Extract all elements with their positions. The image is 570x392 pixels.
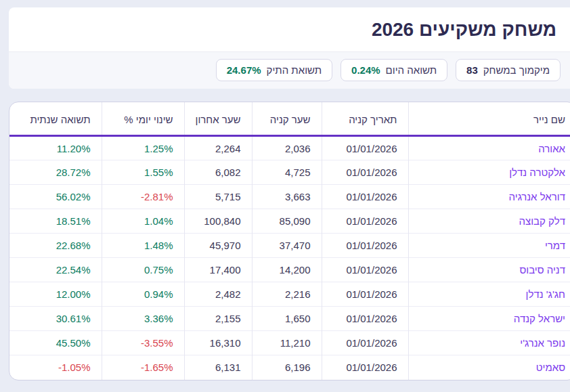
daily-change-cell: 1.48% [102,234,184,258]
buy-date-cell: 01/01/2026 [322,307,408,331]
security-name-link[interactable]: דלק קבוצה [519,215,565,227]
buy-price-cell: 2,036 [252,136,322,160]
last-price-cell: 100,840 [184,209,252,234]
table-row: דוראל אנרגיה 01/01/2026 3,663 5,715 -2.8… [9,185,570,209]
annual-return-cell: 28.72% [9,160,102,185]
last-price-cell: 45,970 [184,234,252,258]
portfolio-return-badge-label: תשואת התיק [267,64,322,76]
annual-return-cell: 22.54% [9,258,102,282]
last-price-cell: 2,155 [184,307,252,331]
daily-change-cell: 1.55% [102,160,184,185]
security-name-cell: דניה סיבוס [408,258,570,282]
annual-return-cell: 12.00% [9,282,102,307]
annual-return-cell: 22.68% [9,234,102,258]
table-row: חג'ג' נדלן 01/01/2026 2,216 2,482 0.94% … [9,282,570,307]
last-price-cell: 16,310 [184,331,252,355]
col-header-buy-price: שער קניה [252,102,322,136]
security-name-link[interactable]: דניה סיבוס [519,264,565,276]
security-name-cell: אלקטרה נדלן [408,160,570,185]
table-row: סאמיט 01/01/2026 6,196 6,131 -1.65% -1.0… [9,355,570,380]
annual-return-cell: -1.05% [9,355,102,380]
buy-price-cell: 4,725 [252,160,322,185]
buy-date-cell: 01/01/2026 [322,258,408,282]
portfolio-return-badge-value: 24.67% [227,64,261,76]
buy-price-cell: 85,090 [252,209,322,234]
daily-return-badge-label: תשואה היום [386,64,437,76]
buy-date-cell: 01/01/2026 [322,331,408,355]
daily-change-cell: -1.65% [102,355,184,380]
buy-date-cell: 01/01/2026 [322,160,408,185]
table-row: נופר אנרג'י 01/01/2026 11,210 16,310 -3.… [9,331,570,355]
col-header-annual-return: תשואה שנתית [9,102,102,136]
daily-return-badge-value: 0.24% [351,64,380,76]
security-name-link[interactable]: סאמיט [536,362,565,373]
security-name-cell: נופר אנרג'י [408,331,570,355]
stats-bar: מיקמוך במשחק 83 תשואה היום 0.24% תשואת ה… [9,51,570,89]
rank-badge: מיקמוך במשחק 83 [456,59,561,81]
portfolio-table-card: שם נייר תאריך קניה שער קניה שער אחרון שי… [9,102,570,380]
annual-return-cell: 45.50% [9,331,102,355]
buy-price-cell: 11,210 [252,331,322,355]
last-price-cell: 5,715 [184,185,252,209]
security-name-link[interactable]: חג'ג' נדלן [526,288,565,300]
last-price-cell: 2,482 [184,282,252,307]
security-name-cell: ישראל קנדה [408,307,570,331]
daily-change-cell: -2.81% [102,185,184,209]
table-row: אלקטרה נדלן 01/01/2026 4,725 6,082 1.55%… [9,160,570,185]
buy-date-cell: 01/01/2026 [322,136,408,160]
annual-return-cell: 56.02% [9,185,102,209]
buy-price-cell: 3,663 [252,185,322,209]
buy-date-cell: 01/01/2026 [322,209,408,234]
security-name-cell: אאורה [408,136,570,160]
daily-change-cell: 1.04% [102,209,184,234]
buy-price-cell: 6,196 [252,355,322,380]
buy-price-cell: 37,470 [252,234,322,258]
rank-badge-label: מיקמוך במשחק [483,64,550,76]
title-row: משחק משקיעים 2026 [9,7,570,51]
table-row: ישראל קנדה 01/01/2026 1,650 2,155 3.36% … [9,307,570,331]
header-card: משחק משקיעים 2026 מיקמוך במשחק 83 תשואה … [9,7,570,89]
daily-change-cell: 3.36% [102,307,184,331]
security-name-cell: דמרי [408,234,570,258]
table-row: דניה סיבוס 01/01/2026 14,200 17,400 0.75… [9,258,570,282]
page-title: משחק משקיעים 2026 [22,19,556,41]
buy-date-cell: 01/01/2026 [322,185,408,209]
col-header-buy-date: תאריך קניה [322,102,408,136]
security-name-cell: דלק קבוצה [408,209,570,234]
buy-date-cell: 01/01/2026 [322,355,408,380]
table-body: אאורה 01/01/2026 2,036 2,264 1.25% 11.20… [9,136,570,380]
daily-change-cell: -3.55% [102,331,184,355]
buy-price-cell: 2,216 [252,282,322,307]
last-price-cell: 17,400 [184,258,252,282]
security-name-link[interactable]: אאורה [538,143,565,154]
table-header-row: שם נייר תאריך קניה שער קניה שער אחרון שי… [9,102,570,136]
security-name-cell: סאמיט [408,355,570,380]
security-name-link[interactable]: נופר אנרג'י [520,337,565,349]
daily-return-badge: תשואה היום 0.24% [341,59,447,81]
buy-date-cell: 01/01/2026 [322,234,408,258]
table-row: דלק קבוצה 01/01/2026 85,090 100,840 1.04… [9,209,570,234]
security-name-link[interactable]: אלקטרה נדלן [509,167,565,178]
col-header-daily-change: שינוי יומי % [102,102,184,136]
col-header-last-price: שער אחרון [184,102,252,136]
buy-price-cell: 14,200 [252,258,322,282]
last-price-cell: 6,082 [184,160,252,185]
security-name-link[interactable]: דמרי [545,240,565,251]
table-row: דמרי 01/01/2026 37,470 45,970 1.48% 22.6… [9,234,570,258]
last-price-cell: 6,131 [184,355,252,380]
table-row: אאורה 01/01/2026 2,036 2,264 1.25% 11.20… [9,136,570,160]
portfolio-table: שם נייר תאריך קניה שער קניה שער אחרון שי… [9,102,570,380]
rank-badge-value: 83 [466,64,478,76]
buy-date-cell: 01/01/2026 [322,282,408,307]
daily-change-cell: 0.75% [102,258,184,282]
portfolio-return-badge: תשואת התיק 24.67% [216,59,332,81]
col-header-security-name: שם נייר [408,102,570,136]
daily-change-cell: 0.94% [102,282,184,307]
last-price-cell: 2,264 [184,136,252,160]
buy-price-cell: 1,650 [252,307,322,331]
security-name-link[interactable]: דוראל אנרגיה [509,191,565,202]
security-name-link[interactable]: ישראל קנדה [514,313,565,324]
annual-return-cell: 18.51% [9,209,102,234]
annual-return-cell: 11.20% [9,136,102,160]
security-name-cell: חג'ג' נדלן [408,282,570,307]
